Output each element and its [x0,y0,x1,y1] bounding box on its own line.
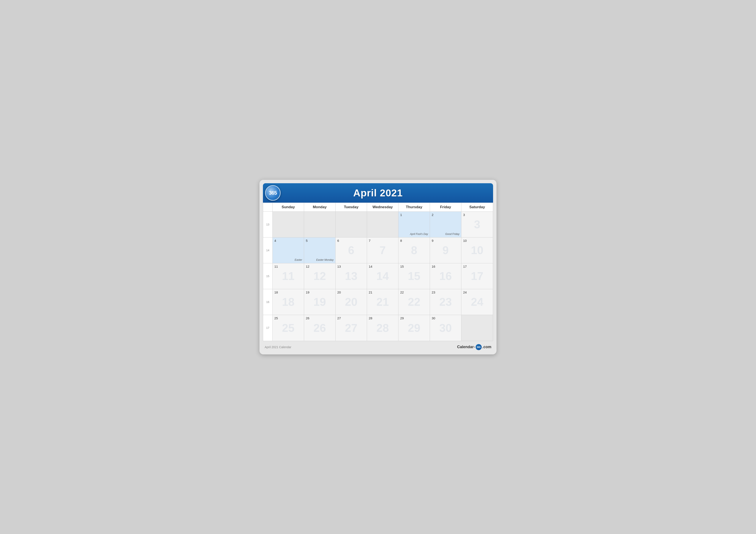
day-header-tuesday: Tuesday [336,203,367,212]
footer-brand-before: Calendar- [457,345,475,349]
watermark: 3 [474,218,480,231]
day-number: 19 [306,291,334,294]
day-header-friday: Friday [430,203,461,212]
day-number: 24 [463,291,491,294]
watermark: 9 [443,244,449,257]
day-cell-25: 2525 [273,315,304,341]
week-num-header [263,203,273,212]
day-cell-30: 3030 [430,315,461,341]
watermark: 18 [282,295,295,308]
watermark: 14 [376,269,389,283]
day-number: 7 [369,239,396,242]
day-cell-4: 4Easter [273,238,304,263]
day-cell-14: 1414 [367,263,398,289]
day-number: 12 [306,265,334,268]
day-cell-18: 1818 [273,289,304,315]
day-cell-3: 33 [461,212,493,238]
footer-brand: Calendar- 365 .com [457,344,491,350]
day-number: 10 [463,239,491,242]
day-number: 6 [337,239,365,242]
day-cell-7: 77 [367,238,398,263]
week-num-15: 15 [263,263,273,289]
day-cell-13: 1313 [336,263,367,289]
day-number: 4 [274,239,302,242]
day-number: 26 [306,316,334,320]
holiday-label: Good Friday [432,233,459,236]
day-cell-empty [336,212,367,238]
day-number: 25 [274,316,302,320]
day-number: 21 [369,291,396,294]
day-number: 11 [274,265,302,268]
day-number: 30 [432,316,459,320]
day-number: 20 [337,291,365,294]
holiday-label: Easter [274,258,302,262]
day-cell-29: 2929 [398,315,430,341]
watermark: 20 [345,295,358,308]
week-num-13: 13 [263,212,273,238]
day-cell-19: 1919 [304,289,336,315]
day-cell-26: 2626 [304,315,336,341]
day-number: 3 [463,213,491,216]
day-number: 29 [400,316,428,320]
day-cell-empty [273,212,304,238]
day-cell-8: 88 [398,238,430,263]
watermark: 27 [345,321,358,334]
holiday-label: Easter Monday [306,258,334,262]
day-number: 16 [432,265,459,268]
day-number: 5 [306,239,334,242]
day-number: 27 [337,316,365,320]
watermark: 16 [440,269,452,283]
day-cell-12: 1212 [304,263,336,289]
watermark: 13 [345,269,358,283]
day-cell-27: 2727 [336,315,367,341]
day-cell-6: 66 [336,238,367,263]
day-number: 13 [337,265,365,268]
day-cell-empty [304,212,336,238]
watermark: 28 [376,321,389,334]
holiday-label: April Fool's Day [400,233,428,236]
calendar-grid: 131April Fool's Day2Good Friday33144East… [263,212,493,341]
day-cell-15: 1515 [398,263,430,289]
day-cell-28: 2828 [367,315,398,341]
day-number: 1 [400,213,428,216]
watermark: 10 [471,244,483,257]
day-headers-row: SundayMondayTuesdayWednesdayThursdayFrid… [263,203,493,212]
week-num-16: 16 [263,289,273,315]
day-cell-20: 2020 [336,289,367,315]
calendar-header: 365 April 2021 [263,183,493,203]
day-header-saturday: Saturday [461,203,493,212]
day-number: 2 [432,213,459,216]
logo-badge: 365 [265,185,281,201]
footer-brand-after: .com [482,345,491,349]
day-number: 23 [432,291,459,294]
day-number: 9 [432,239,459,242]
calendar-page: 365 April 2021 SundayMondayTuesdayWednes… [259,180,497,354]
day-cell-24: 2424 [461,289,493,315]
day-cell-17: 1717 [461,263,493,289]
calendar-title: April 2021 [353,187,403,199]
day-cell-9: 99 [430,238,461,263]
footer-caption: April 2021 Calendar [265,345,291,349]
day-cell-23: 2323 [430,289,461,315]
day-number: 17 [463,265,491,268]
day-cell-1: 1April Fool's Day [398,212,430,238]
day-cell-2: 2Good Friday [430,212,461,238]
watermark: 22 [408,295,420,308]
day-number: 8 [400,239,428,242]
watermark: 15 [408,269,420,283]
day-cell-22: 2222 [398,289,430,315]
day-cell-empty [461,315,493,341]
day-header-thursday: Thursday [398,203,430,212]
day-number: 14 [369,265,396,268]
footer-brand-badge: 365 [475,344,482,350]
calendar-footer: April 2021 Calendar Calendar- 365 .com [263,341,493,351]
day-number: 15 [400,265,428,268]
watermark: 25 [282,321,295,334]
calendar-grid-container: SundayMondayTuesdayWednesdayThursdayFrid… [263,203,493,341]
watermark: 12 [313,269,326,283]
day-header-monday: Monday [304,203,336,212]
watermark: 29 [408,321,420,334]
watermark: 19 [313,295,326,308]
day-cell-10: 1010 [461,238,493,263]
week-num-14: 14 [263,238,273,263]
